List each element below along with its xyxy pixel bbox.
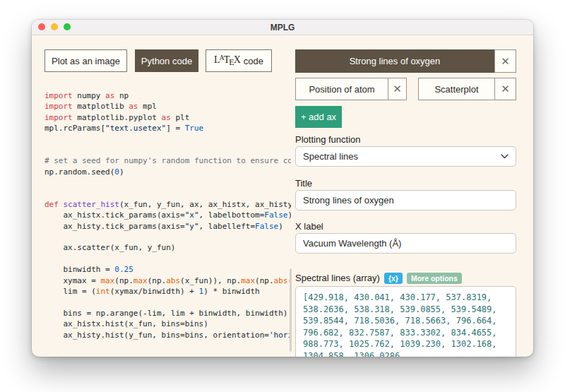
window-title: MPLG: [270, 23, 295, 32]
code-line: import matplotlib.pyplot as plt: [44, 112, 291, 123]
tabgroup-scatterplot: Scatterplot ✕: [418, 78, 516, 100]
array-line: [429.918, 430.041, 430.177, 537.8319,: [303, 292, 509, 304]
xlabel-input[interactable]: Vacuum Wavelength (Å): [295, 233, 516, 254]
code-line: [44, 134, 291, 145]
array-line: 988.773, 1025.762, 1039.230, 1302.168,: [303, 338, 509, 350]
code-line: [44, 189, 291, 199]
array-line: 539.8544, 718.5036, 718.5663, 796.664,: [303, 315, 509, 327]
mplg-window: MPLG Plot as an image Python code LATEX …: [32, 20, 533, 357]
code-line: ax_histx.tick_params(axis="x", labelbott…: [44, 210, 291, 220]
latex-code-button[interactable]: LATEX code: [206, 49, 272, 72]
array-line: 1304.858, 1306.0286,: [303, 350, 509, 357]
code-line: [44, 254, 291, 264]
code-line: # set a seed for numpy's random function…: [44, 155, 291, 166]
minimize-window-button[interactable]: [51, 23, 58, 30]
code-line: import matplotlib as mpl: [44, 101, 291, 112]
active-ax-tab-row: Strong lines of oxygen ✕: [295, 49, 516, 73]
close-tab-scatterplot-button[interactable]: ✕: [494, 78, 516, 100]
spectral-lines-header: Spectral lines (array) {x} More options: [295, 272, 462, 284]
close-icon: ✕: [393, 83, 402, 95]
function-variable-badge[interactable]: {x}: [384, 273, 403, 284]
title-input[interactable]: Strong lines of oxygen: [295, 190, 516, 210]
latex-button-suffix: code: [244, 56, 263, 66]
latex-logo: LATEX: [214, 54, 241, 68]
tab-position-of-atom[interactable]: Position of atom: [295, 78, 388, 100]
window-controls: [38, 23, 71, 30]
plotting-function-label: Plotting function: [295, 134, 361, 145]
spectral-lines-label: Spectral lines (array): [295, 273, 380, 283]
plot-as-image-button[interactable]: Plot as an image: [44, 49, 127, 72]
code-line: bins = np.arange(-lim, lim + binwidth, b…: [44, 308, 291, 319]
code-line: [44, 177, 291, 188]
desktop: MPLG Plot as an image Python code LATEX …: [0, 0, 565, 392]
code-line: np.random.seed(0): [44, 167, 291, 177]
code-editor[interactable]: import numpy as npimport matplotlib as m…: [44, 90, 291, 346]
chevron-down-icon: [501, 154, 509, 159]
add-ax-button[interactable]: + add ax: [295, 106, 342, 128]
spectral-lines-array-input[interactable]: [429.918, 430.041, 430.177, 537.8319,538…: [295, 286, 516, 357]
close-icon: ✕: [501, 55, 510, 68]
axes-panel: Strong lines of oxygen ✕ Position of ato…: [295, 49, 516, 357]
array-line: 796.682, 832.7587, 833.3302, 834.4655,: [303, 327, 509, 339]
tab-scatterplot[interactable]: Scatterplot: [418, 78, 494, 100]
title-input-value: Strong lines of oxygen: [303, 195, 394, 206]
code-line: ax_histy.hist(y_fun, bins=bins, orientat…: [44, 330, 291, 340]
close-tab-position-button[interactable]: ✕: [388, 78, 407, 100]
title-bar[interactable]: MPLG: [32, 20, 533, 35]
code-line: [44, 145, 291, 155]
tabgroup-position-of-atom: Position of atom ✕: [295, 78, 407, 100]
code-line: ax_histx.hist(x_fun, bins=bins): [44, 319, 291, 329]
code-line: binwidth = 0.25: [44, 264, 291, 275]
code-line: [44, 232, 291, 242]
array-line: 538.2636, 538.318, 539.0855, 539.5489,: [303, 304, 509, 316]
python-code-button[interactable]: Python code: [135, 49, 198, 72]
code-line: xymax = max(np.max(np.abs(x_fun)), np.ma…: [44, 275, 291, 286]
ax-tab-row: Position of atom ✕ Scatterplot ✕: [295, 78, 516, 100]
title-label: Title: [295, 178, 312, 189]
code-line: [44, 297, 291, 307]
close-window-button[interactable]: [38, 23, 45, 30]
zoom-window-button[interactable]: [64, 23, 71, 30]
tab-strong-lines-of-oxygen[interactable]: Strong lines of oxygen: [295, 49, 494, 73]
plotting-function-select[interactable]: Spectral lines: [295, 146, 516, 167]
more-options-badge[interactable]: More options: [407, 273, 462, 284]
close-icon: ✕: [501, 83, 510, 95]
code-scrollbar[interactable]: [290, 268, 292, 352]
code-line: import numpy as np: [44, 90, 291, 101]
code-line: ax_histy.tick_params(axis="y", labelleft…: [44, 221, 291, 232]
plotting-function-value: Spectral lines: [303, 151, 358, 162]
xlabel-label: X label: [295, 221, 323, 232]
close-tab-strong-lines-button[interactable]: ✕: [494, 49, 516, 73]
code-line: ax.scatter(x_fun, y_fun): [44, 242, 291, 253]
code-line: mpl.rcParams["text.usetex"] = True: [44, 123, 291, 133]
code-line: def scatter_hist(x_fun, y_fun, ax, ax_hi…: [44, 199, 291, 210]
xlabel-input-value: Vacuum Wavelength (Å): [303, 238, 401, 249]
code-line: lim = (int(xymax/binwidth) + 1) * binwid…: [44, 286, 291, 297]
